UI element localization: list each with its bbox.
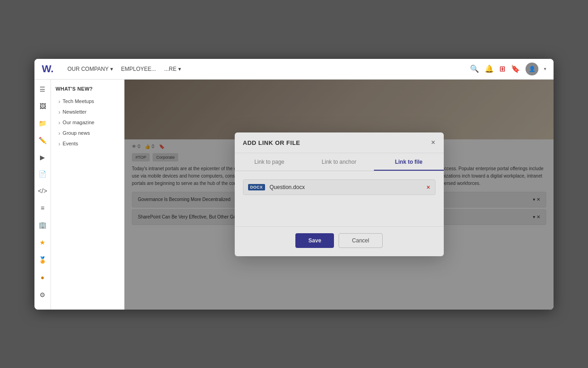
bell-icon[interactable]: 🔔 [485,64,494,73]
nav-item-events[interactable]: Events [56,138,119,149]
file-row: DOCX Question.docx × [243,179,435,195]
nav-employee[interactable]: EMPLOYEE... [121,66,156,72]
search-icon[interactable]: 🔍 [470,64,479,73]
tab-link-to-page[interactable]: Link to page [235,153,305,171]
file-name: Question.docx [270,184,422,190]
file-remove-button[interactable]: × [426,184,430,191]
main-layout: ☰ 🖼 📁 ✏️ ▶ 📄 </> ≡ 🏢 ★ 🏅 ● ⚙ WHAT'S NEW?… [34,80,554,310]
modal-title: ADD LINK OR FILE [243,139,300,146]
sidebar-star-icon[interactable]: ★ [37,237,48,248]
sidebar-code-icon[interactable]: </> [37,186,48,196]
nav-our-company[interactable]: OUR COMPANY ▾ [68,66,113,72]
save-button[interactable]: Save [295,233,334,248]
sidebar-menu-icon[interactable]: ☰ [37,84,48,95]
modal-close-button[interactable]: × [431,139,435,146]
bookmark-icon[interactable]: 🔖 [511,64,520,73]
sidebar-office-icon[interactable]: 🏢 [37,220,48,230]
sidebar-edit-icon[interactable]: ✏️ [37,135,48,145]
nav-item-our-magazine[interactable]: Our magazine [56,117,119,128]
tab-link-to-file[interactable]: Link to file [374,153,444,171]
avatar-chevron: ▾ [544,66,546,71]
nav-more[interactable]: ...RE ▾ [164,66,181,72]
sidebar-video-icon[interactable]: ▶ [37,152,48,162]
docx-badge: DOCX [248,184,265,190]
left-nav: WHAT'S NEW? Tech Meetups Newsletter Our … [51,80,124,310]
sidebar-bottom: ★ 🏅 ● ⚙ [37,237,48,305]
left-nav-title: WHAT'S NEW? [56,86,119,92]
nav-icons: 🔍 🔔 ⊞ 🔖 👤 ▾ [470,63,546,75]
nav-item-newsletter[interactable]: Newsletter [56,107,119,117]
sidebar-folder-icon[interactable]: 📁 [37,118,48,128]
sidebar-badge-icon[interactable]: 🏅 [37,254,48,265]
sidebar-file-icon[interactable]: 📄 [37,169,48,179]
modal-header: ADD LINK OR FILE × [235,132,444,153]
browser-window: W. OUR COMPANY ▾ EMPLOYEE... ...RE ▾ 🔍 🔔… [34,59,554,310]
top-nav: W. OUR COMPANY ▾ EMPLOYEE... ...RE ▾ 🔍 🔔… [34,59,554,80]
sidebar-coin-icon[interactable]: ● [37,272,48,283]
modal-overlay: ADD LINK OR FILE × Link to page Link to … [124,80,554,310]
sidebar-image-icon[interactable]: 🖼 [37,101,48,111]
cancel-button[interactable]: Cancel [339,233,382,248]
app-logo: W. [42,63,54,75]
grid-icon[interactable]: ⊞ [499,64,505,73]
modal-dialog: ADD LINK OR FILE × Link to page Link to … [235,132,444,256]
content-area: 👁 0 👍 0 🔖 #TOP Corporate Today's intrane… [124,80,554,310]
nav-item-tech-meetups[interactable]: Tech Meetups [56,96,119,107]
tab-link-to-anchor[interactable]: Link to anchor [304,153,374,171]
avatar[interactable]: 👤 [526,63,538,75]
sidebar-list-icon[interactable]: ≡ [37,203,48,213]
nav-links: OUR COMPANY ▾ EMPLOYEE... ...RE ▾ [68,66,461,72]
sidebar-settings-icon[interactable]: ⚙ [37,289,48,300]
modal-tabs: Link to page Link to anchor Link to file [235,153,444,171]
sidebar-icons: ☰ 🖼 📁 ✏️ ▶ 📄 </> ≡ 🏢 ★ 🏅 ● ⚙ [34,80,51,310]
nav-item-group-news[interactable]: Group news [56,128,119,138]
modal-footer: Save Cancel [235,226,444,256]
modal-body: DOCX Question.docx × [235,171,444,226]
